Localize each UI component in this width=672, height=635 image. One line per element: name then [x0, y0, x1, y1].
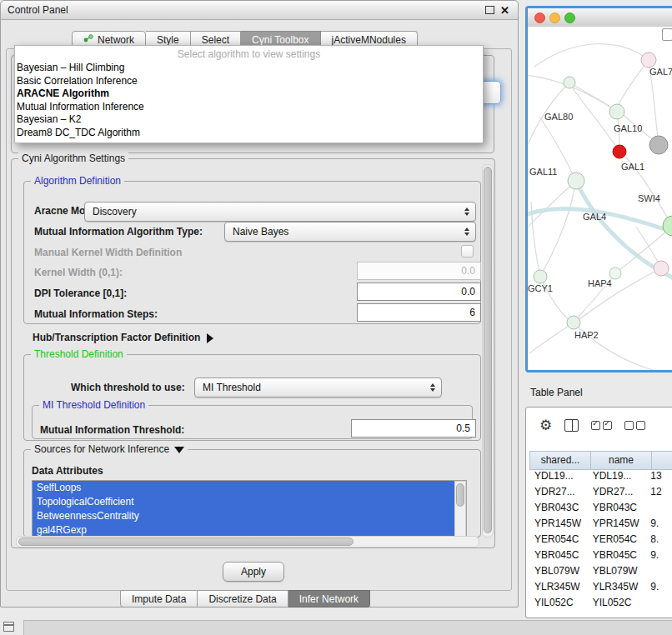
- tab-label: Impute Data: [132, 593, 186, 605]
- algorithm-option[interactable]: ARACNE Algorithm: [15, 88, 483, 101]
- sources-title: Sources for Network Inference: [34, 443, 169, 455]
- which-threshold-select[interactable]: MI Threshold: [194, 378, 442, 398]
- table-panel-title: Table Panel: [530, 387, 583, 398]
- tab-label: Network: [98, 34, 134, 46]
- table-row[interactable]: YDL19...YDL19...13: [529, 468, 672, 484]
- node-label: HAP4: [588, 278, 612, 288]
- table-row[interactable]: YIL052CYIL052C: [529, 595, 672, 611]
- node-label: GAL7: [649, 67, 672, 77]
- node-label: GAL1: [621, 162, 644, 172]
- algorithm-option[interactable]: Basic Correlation Inference: [15, 75, 483, 88]
- table-row[interactable]: YBR045CYBR045C9.: [529, 548, 672, 563]
- scrollbar-thumb[interactable]: [18, 538, 354, 546]
- column-header[interactable]: name: [591, 451, 652, 470]
- network-edge: [529, 322, 574, 353]
- mi-threshold-label: Mutual Information Threshold:: [40, 424, 184, 436]
- network-node[interactable]: [641, 52, 656, 68]
- close-icon[interactable]: ✕: [500, 5, 509, 16]
- table-row[interactable]: YPR145WYPR145W9.: [529, 516, 672, 532]
- mi-threshold-input[interactable]: 0.5: [351, 419, 476, 438]
- deselect-all-icon[interactable]: [624, 421, 645, 430]
- mi-steps-label: Mutual Information Steps:: [34, 308, 158, 320]
- unchecked-checkbox-icon: [636, 421, 645, 430]
- kernel-width-label: Kernel Width (0,1):: [34, 267, 123, 278]
- network-window-titlebar[interactable]: [528, 8, 672, 28]
- attributes-scrollbar[interactable]: [454, 481, 466, 538]
- node-label: GAL4: [583, 212, 606, 222]
- settings-vertical-scrollbar[interactable]: [482, 164, 494, 538]
- table-row[interactable]: YER054CYER054C8.: [529, 532, 672, 548]
- network-canvas[interactable]: GAL7GAL80GAL10GAL1GAL11SWI4GAL4HAP4GCY1H…: [528, 27, 672, 370]
- node-label: GCY1: [528, 283, 553, 293]
- network-node[interactable]: [564, 77, 575, 88]
- control-panel-titlebar[interactable]: Control Panel ✕: [1, 1, 518, 20]
- network-edge: [540, 188, 574, 277]
- table-row[interactable]: YDR27...YDR27...12: [529, 484, 672, 500]
- scrollbar-thumb[interactable]: [484, 167, 492, 533]
- attribute-item[interactable]: SelfLoops: [33, 481, 460, 495]
- threshold-definition-title: Threshold Definition: [31, 348, 127, 360]
- algorithm-option[interactable]: Dream8 DC_TDC Algorithm: [15, 127, 483, 140]
- algorithm-dropdown-popup: Select algorithm to view settings Bayesi…: [14, 45, 484, 143]
- scrollbar-thumb[interactable]: [456, 483, 464, 507]
- collapse-arrow-icon: [174, 447, 184, 453]
- network-node[interactable]: [534, 270, 547, 283]
- table-row[interactable]: YBL079WYBL079W: [529, 563, 672, 579]
- node-label: GAL10: [614, 123, 642, 133]
- attribute-item[interactable]: TopologicalCoefficient: [33, 495, 460, 509]
- gear-icon[interactable]: ⚙: [539, 418, 552, 432]
- algorithm-option[interactable]: Bayesian – Hill Climbing: [15, 62, 483, 75]
- apply-button[interactable]: Apply: [223, 562, 284, 582]
- algorithm-option[interactable]: Bayesian – K2: [15, 113, 483, 127]
- network-node[interactable]: [613, 145, 626, 158]
- cyni-algorithm-settings-group: Cyni Algorithm Settings Algorithm Defini…: [11, 158, 495, 548]
- network-node[interactable]: [568, 172, 584, 189]
- table-body: YDL19...YDL19...13YDR27...YDR27...12YBR0…: [529, 468, 672, 618]
- table-row[interactable]: YLR345WYLR345W9.: [529, 579, 672, 595]
- network-view-window: GAL7GAL80GAL10GAL1GAL11SWI4GAL4HAP4GCY1H…: [525, 6, 672, 372]
- aracne-mode-select[interactable]: Discovery: [84, 202, 476, 222]
- bottom-tabs: Impute Data Discretize Data Infer Networ…: [120, 590, 370, 608]
- network-node[interactable]: [649, 136, 668, 154]
- manual-kernel-width-checkbox: [461, 245, 474, 258]
- mi-algorithm-type-select[interactable]: Naive Bayes: [224, 222, 476, 242]
- select-all-icon[interactable]: [591, 421, 612, 430]
- network-edge: [649, 68, 659, 145]
- window-title: Control Panel: [1, 4, 68, 16]
- sources-toggle[interactable]: Sources for Network Inference: [31, 443, 188, 455]
- float-window-icon[interactable]: [485, 6, 494, 14]
- network-node[interactable]: [609, 268, 621, 279]
- tab-discretize-data[interactable]: Discretize Data: [198, 590, 288, 608]
- panel-toggle-icon[interactable]: [3, 622, 14, 632]
- column-header[interactable]: [652, 451, 672, 470]
- network-node[interactable]: [567, 316, 580, 329]
- window-zoom-button[interactable]: [564, 12, 575, 23]
- attribute-item[interactable]: BetweennessCentrality: [33, 509, 460, 523]
- dpi-tolerance-input[interactable]: 0.0: [357, 282, 481, 301]
- data-attributes-listbox[interactable]: SelfLoopsTopologicalCoefficientBetweenne…: [32, 480, 467, 538]
- tab-infer-network[interactable]: Infer Network: [288, 590, 370, 608]
- algorithm-definition-title: Algorithm Definition: [31, 175, 124, 187]
- algorithm-option[interactable]: Mutual Information Inference: [15, 101, 483, 114]
- mi-steps-input[interactable]: 6: [357, 303, 481, 322]
- network-svg: GAL7GAL80GAL10GAL1GAL11SWI4GAL4HAP4GCY1H…: [528, 27, 672, 370]
- table-row[interactable]: YBR043CYBR043C: [529, 500, 672, 516]
- checked-checkbox-icon: [603, 421, 612, 430]
- data-attributes-label: Data Attributes: [32, 465, 103, 477]
- network-node[interactable]: [654, 261, 669, 276]
- table-header-row: shared...name: [529, 451, 672, 470]
- column-header[interactable]: shared...: [529, 451, 591, 470]
- mi-algorithm-type-value: Naive Bayes: [225, 226, 288, 238]
- network-edge: [528, 181, 576, 230]
- hub-definition-toggle[interactable]: Hub/Transcription Factor Definition: [33, 332, 213, 343]
- expand-arrow-icon: [207, 333, 213, 343]
- table-panel-window: ⚙ shared...name YDL19...YDL19...13YDR27.…: [525, 407, 672, 618]
- window-minimize-button[interactable]: [549, 12, 560, 23]
- kernel-width-input: 0.0: [357, 262, 481, 280]
- canvas-scrollbar-button[interactable]: [662, 28, 672, 41]
- tab-impute-data[interactable]: Impute Data: [120, 590, 198, 608]
- window-close-button[interactable]: [534, 12, 545, 23]
- settings-horizontal-scrollbar[interactable]: [16, 536, 479, 548]
- columns-icon[interactable]: [564, 419, 579, 432]
- network-node[interactable]: [609, 104, 624, 119]
